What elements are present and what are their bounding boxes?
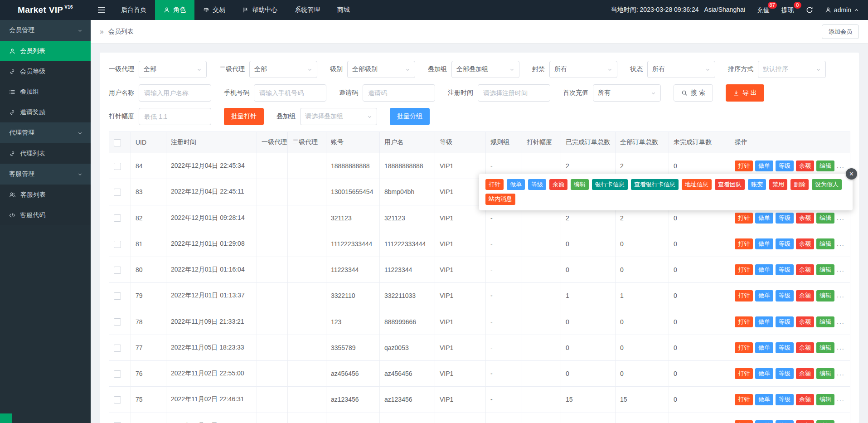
filter-select-5[interactable]: 所有 <box>647 61 715 78</box>
filter-select-1[interactable]: 全部 <box>249 61 317 78</box>
balance-log-button[interactable]: 账变 <box>748 179 766 190</box>
more-actions-button[interactable]: ... <box>837 292 845 299</box>
edit-button[interactable]: 编辑 <box>816 290 834 301</box>
row-checkbox[interactable] <box>114 189 121 196</box>
topnav-item-help-center[interactable]: 帮助中心 <box>234 0 286 20</box>
set-fake-button[interactable]: 设为假人 <box>812 179 842 190</box>
level-button[interactable]: 等级 <box>776 264 794 275</box>
withdraw-link[interactable]: 提现0 <box>781 6 794 15</box>
inject-button[interactable]: 打针 <box>735 290 753 301</box>
more-actions-button[interactable]: ... <box>837 240 845 247</box>
topnav-item-system[interactable]: 系统管理 <box>286 0 329 20</box>
filter-input-2[interactable] <box>363 84 435 102</box>
make-order-button[interactable]: 做单 <box>755 213 773 224</box>
row-checkbox[interactable] <box>114 345 121 352</box>
more-actions-button[interactable]: ... <box>837 214 845 221</box>
inject-button[interactable]: 打针 <box>735 394 753 405</box>
inject-range-input[interactable] <box>139 108 211 125</box>
row-checkbox[interactable] <box>114 214 121 222</box>
balance-button[interactable]: 余额 <box>796 290 814 301</box>
topnav-item-mall[interactable]: 商城 <box>329 0 359 20</box>
first-recharge-select[interactable]: 所有 <box>593 84 661 102</box>
make-order-button[interactable]: 做单 <box>755 394 773 405</box>
sidebar-item-agent-list[interactable]: 代理列表 <box>0 143 91 164</box>
delete-button[interactable]: 删除 <box>790 179 809 190</box>
filter-select-2[interactable]: 全部级别 <box>347 61 415 78</box>
filter-select-0[interactable]: 全部 <box>139 61 207 78</box>
level-button[interactable]: 等级 <box>776 342 794 353</box>
search-button[interactable]: 搜 索 <box>674 84 713 102</box>
balance-button[interactable]: 余额 <box>796 342 814 353</box>
make-order-button[interactable]: 做单 <box>755 368 773 379</box>
sidebar-item-invite-reward[interactable]: 邀请奖励 <box>0 102 91 122</box>
sidebar-item-support-list[interactable]: 客服列表 <box>0 185 91 205</box>
add-member-button[interactable]: 添加会员 <box>822 24 859 39</box>
edit-button[interactable]: 编辑 <box>816 238 834 249</box>
balance-button[interactable]: 余额 <box>796 420 814 423</box>
row-checkbox[interactable] <box>114 163 121 170</box>
row-checkbox[interactable] <box>114 292 121 300</box>
level-button[interactable]: 等级 <box>776 368 794 379</box>
filter-input-1[interactable] <box>254 84 326 102</box>
sidebar-item-stack-group[interactable]: 叠加组 <box>0 82 91 102</box>
edit-button[interactable]: 编辑 <box>816 213 834 224</box>
row-checkbox[interactable] <box>114 318 121 326</box>
make-order-button[interactable]: 做单 <box>755 290 773 301</box>
more-actions-button[interactable]: ... <box>837 344 845 351</box>
edit-button[interactable]: 编辑 <box>816 316 834 327</box>
sidebar-item-support-code[interactable]: 客服代码 <box>0 205 91 225</box>
address-info-button[interactable]: 地址信息 <box>682 179 712 190</box>
balance-button[interactable]: 余额 <box>796 394 814 405</box>
edit-button[interactable]: 编辑 <box>816 420 834 423</box>
make-order-button[interactable]: 做单 <box>755 160 773 171</box>
balance-button[interactable]: 余额 <box>549 179 567 190</box>
sidebar-item-member-level[interactable]: 会员等级 <box>0 61 91 82</box>
row-checkbox[interactable] <box>114 267 121 274</box>
level-button[interactable]: 等级 <box>776 290 794 301</box>
more-actions-button[interactable]: ... <box>837 266 845 273</box>
filter-select-6[interactable]: 默认排序 <box>758 61 826 78</box>
make-order-button[interactable]: 做单 <box>755 342 773 353</box>
more-actions-button[interactable]: ... <box>837 395 845 403</box>
level-button[interactable]: 等级 <box>776 316 794 327</box>
batch-inject-button[interactable]: 批量打针 <box>224 108 264 125</box>
site-message-button[interactable]: 站内消息 <box>485 194 515 204</box>
make-order-button[interactable]: 做单 <box>755 316 773 327</box>
edit-button[interactable]: 编辑 <box>816 342 834 353</box>
topnav-item-home[interactable]: 后台首页 <box>112 0 155 20</box>
row-checkbox[interactable] <box>114 241 121 248</box>
balance-button[interactable]: 余额 <box>796 213 814 224</box>
make-order-button[interactable]: 做单 <box>755 420 773 423</box>
admin-menu[interactable]: admin <box>825 6 859 14</box>
more-actions-button[interactable]: ... <box>837 422 845 423</box>
level-button[interactable]: 等级 <box>776 213 794 224</box>
balance-button[interactable]: 余额 <box>796 238 814 249</box>
level-button[interactable]: 等级 <box>776 394 794 405</box>
sidebar-group-agent-management[interactable]: 代理管理 <box>0 122 91 143</box>
edit-button[interactable]: 编辑 <box>571 179 589 190</box>
more-actions-button[interactable]: ... <box>837 318 845 325</box>
sidebar-item-member-list[interactable]: 会员列表 <box>0 41 91 61</box>
level-button[interactable]: 等级 <box>776 238 794 249</box>
row-checkbox[interactable] <box>114 396 121 404</box>
view-bank-card-info-button[interactable]: 查看银行卡信息 <box>631 179 679 190</box>
edit-button[interactable]: 编辑 <box>816 160 834 171</box>
make-order-button[interactable]: 做单 <box>755 238 773 249</box>
balance-button[interactable]: 余额 <box>796 264 814 275</box>
bank-card-info-button[interactable]: 银行卡信息 <box>592 179 628 190</box>
inject-button[interactable]: 打针 <box>735 213 753 224</box>
level-button[interactable]: 等级 <box>528 179 546 190</box>
sidebar-group-member-management[interactable]: 会员管理 <box>0 20 91 41</box>
edit-button[interactable]: 编辑 <box>816 394 834 405</box>
inject-button[interactable]: 打针 <box>735 316 753 327</box>
export-button[interactable]: 导 出 <box>726 84 764 102</box>
inject-button[interactable]: 打针 <box>735 160 753 171</box>
inject-button[interactable]: 打针 <box>735 342 753 353</box>
make-order-button[interactable]: 做单 <box>755 264 773 275</box>
topnav-item-trade[interactable]: 交易 <box>194 0 234 20</box>
filter-select-4[interactable]: 所有 <box>549 61 617 78</box>
inject-button[interactable]: 打针 <box>735 238 753 249</box>
inject-button[interactable]: 打针 <box>735 264 753 275</box>
row-checkbox[interactable] <box>114 370 121 378</box>
batch-group-button[interactable]: 批量分组 <box>390 108 430 125</box>
